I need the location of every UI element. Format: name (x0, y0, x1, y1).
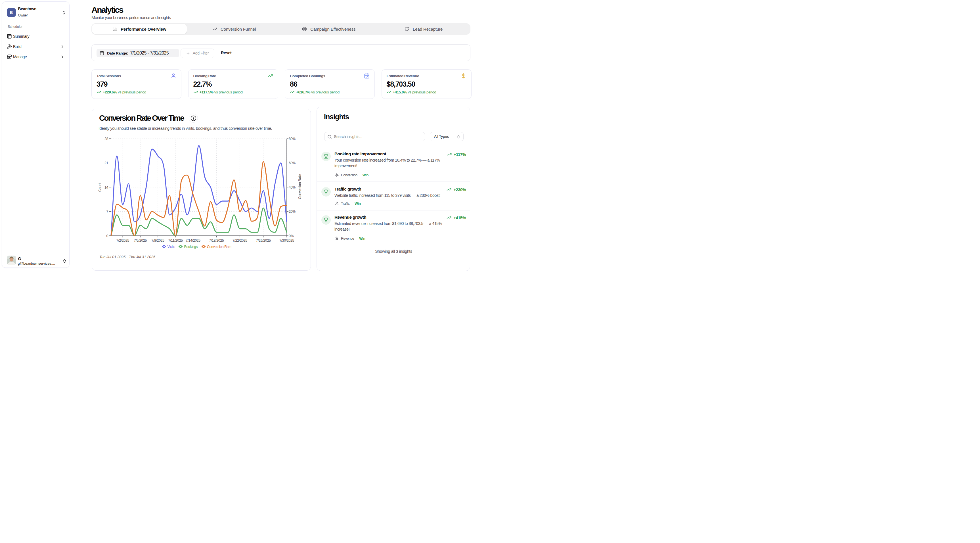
svg-text:20%: 20% (289, 210, 296, 213)
svg-text:7/30/2025: 7/30/2025 (279, 239, 294, 242)
svg-text:7/18/2025: 7/18/2025 (209, 239, 224, 242)
svg-text:Conversion Rate: Conversion Rate (298, 174, 302, 199)
svg-text:80%: 80% (289, 137, 296, 141)
svg-text:Visits: Visits (167, 245, 175, 249)
svg-text:0: 0 (106, 234, 108, 238)
svg-text:7/8/2025: 7/8/2025 (151, 239, 164, 242)
svg-text:40%: 40% (289, 185, 296, 189)
svg-text:7: 7 (106, 210, 108, 213)
svg-text:7/11/2025: 7/11/2025 (168, 239, 183, 242)
svg-text:Bookings: Bookings (184, 245, 198, 249)
svg-text:7/2/2025: 7/2/2025 (116, 239, 129, 242)
svg-text:Count: Count (98, 183, 102, 192)
svg-text:7/26/2025: 7/26/2025 (256, 239, 270, 242)
svg-text:60%: 60% (289, 161, 296, 165)
svg-text:0%: 0% (289, 234, 294, 238)
svg-text:21: 21 (105, 161, 108, 165)
svg-text:14: 14 (105, 185, 108, 189)
svg-text:28: 28 (105, 137, 108, 141)
svg-text:7/5/2025: 7/5/2025 (134, 239, 147, 242)
svg-text:Conversion Rate: Conversion Rate (207, 245, 231, 249)
svg-text:7/14/2025: 7/14/2025 (186, 239, 200, 242)
svg-text:7/22/2025: 7/22/2025 (232, 239, 247, 242)
